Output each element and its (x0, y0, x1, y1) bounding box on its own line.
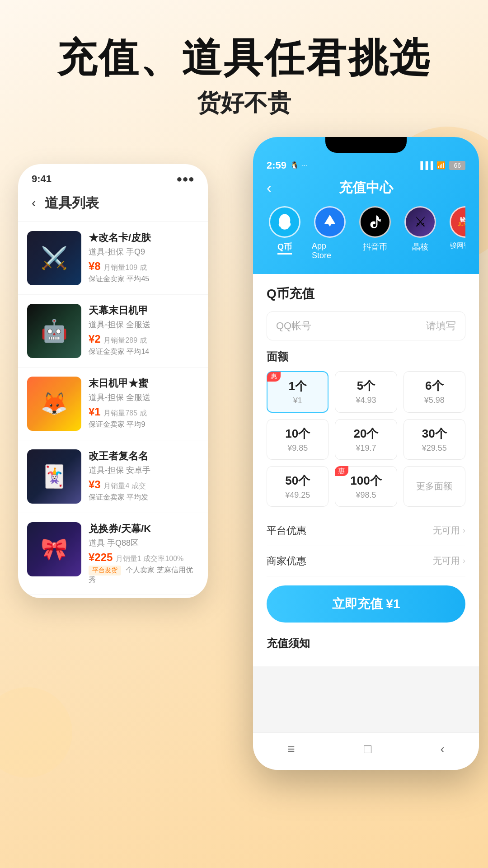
right-status-icon: 🐧 ··· (290, 161, 307, 170)
product-desc-5: 道具 手Q88区 (89, 538, 199, 548)
header-subtitle: 货好不贵 (0, 87, 488, 119)
notice-section: 充值须知 (267, 632, 465, 655)
left-time: 9:41 (32, 173, 52, 185)
platform-discount-row[interactable]: 平台优惠 无可用 › (267, 516, 465, 546)
denom-main-7: 50个 (272, 473, 324, 489)
denom-sub-2: ¥4.93 (340, 396, 392, 405)
right-phone-header: 2:59 🐧 ··· ▐▐▐ 📶 66 ‹ 充值中心 (253, 137, 479, 274)
product-item-3[interactable]: 末日机甲★蜜 道具-担保 全服送 ¥1 月销量785 成 保证金卖家 平均9 (18, 368, 208, 440)
nav-menu-icon[interactable]: ≡ (287, 742, 295, 756)
product-image-5 (27, 522, 81, 576)
product-img-1 (27, 231, 81, 285)
denom-main-3: 6个 (408, 378, 460, 394)
product-desc-3: 道具-担保 全服送 (89, 392, 199, 403)
denom-cell-1[interactable]: 1个 ¥1 (267, 371, 328, 413)
phone-notch (325, 137, 407, 153)
product-price-5: ¥225 月销量1 成交率100% (89, 551, 199, 564)
denom-cell-7[interactable]: 50个 ¥49.25 (267, 466, 328, 507)
account-input-row[interactable]: QQ帐号 请填写 (267, 311, 465, 340)
denomination-title: 面额 (267, 349, 465, 364)
nav-back-icon[interactable]: ‹ (440, 742, 444, 756)
product-seller-4: 保证金卖家 平均发 (89, 493, 199, 502)
denom-main-4: 10个 (272, 426, 324, 442)
product-image-4 (27, 449, 81, 504)
left-statusbar: 9:41 ●●● (18, 164, 208, 189)
left-header: ‹ 道具列表 (18, 189, 208, 222)
service-icon-appstore[interactable]: App Store (312, 206, 348, 260)
denom-cell-8[interactable]: 100个 ¥98.5 (335, 466, 397, 507)
service-label-douyin: 抖音币 (363, 241, 387, 252)
denom-main-6: 30个 (408, 426, 460, 442)
left-back-btn[interactable]: ‹ (32, 196, 36, 210)
denom-sub-5: ¥19.7 (340, 443, 392, 453)
product-price-2: ¥2 月销量289 成 (89, 333, 199, 345)
product-price-1: ¥8 月销量109 成 (89, 260, 199, 273)
nav-home-icon[interactable]: □ (364, 742, 371, 756)
denom-sub-6: ¥29.55 (408, 443, 460, 453)
denom-cell-2[interactable]: 5个 ¥4.93 (335, 371, 397, 413)
wifi-icon: 📶 (436, 161, 446, 170)
product-seller-3: 保证金卖家 平均9 (89, 420, 199, 429)
product-item-5[interactable]: 兑换券/天幕/K 道具 手Q88区 ¥225 月销量1 成交率100% 平台发货… (18, 513, 208, 594)
product-img-5 (27, 522, 81, 576)
denom-cell-more[interactable]: 更多面额 (404, 466, 465, 507)
denom-main-8: 100个 (340, 473, 392, 489)
denom-cell-6[interactable]: 30个 ¥29.55 (404, 419, 465, 460)
product-name-1: ★改名卡/皮肤 (89, 231, 199, 245)
account-label: QQ帐号 (276, 319, 311, 333)
product-image-3 (27, 377, 81, 431)
svg-point-3 (287, 222, 291, 227)
appstore-icon-circle (314, 206, 346, 238)
product-price-4: ¥3 月销量4 成交 (89, 478, 199, 491)
service-label-qbi: Q币 (277, 241, 292, 255)
denom-sub-3: ¥5.98 (408, 396, 460, 405)
service-icon-junka[interactable]: 骏卡 JUNKA 骏网智充+ (447, 206, 465, 260)
service-icon-jinhe[interactable]: ⚔ 晶核 (402, 206, 438, 260)
denomination-grid: 1个 ¥1 5个 ¥4.93 6个 ¥5.98 10个 ¥9.85 (267, 371, 465, 507)
service-label-junka: 骏网智充+ (450, 241, 465, 250)
denom-main-5: 20个 (340, 426, 392, 442)
denom-sub-4: ¥9.85 (272, 443, 324, 453)
merchant-discount-label: 商家优惠 (267, 554, 306, 568)
service-icon-qbi[interactable]: Q币 (267, 206, 303, 260)
denom-main-1: 1个 (272, 378, 323, 394)
merchant-chevron-icon: › (463, 556, 465, 566)
right-nav: ‹ 充值中心 (267, 179, 465, 197)
battery-icon: 66 (449, 161, 465, 170)
product-info-2: 天幕末日机甲 道具-担保 全服送 ¥2 月销量289 成 保证金卖家 平均14 (89, 304, 199, 357)
junka-icon-circle: 骏卡 JUNKA (450, 206, 465, 238)
product-img-4 (27, 449, 81, 504)
recharge-button[interactable]: 立即充值 ¥1 (267, 585, 465, 623)
right-status-icons: ▐▐▐ 📶 66 (418, 161, 465, 170)
recharge-section-title: Q币充值 (267, 285, 465, 302)
right-content: Q币充值 QQ帐号 请填写 面额 1个 ¥1 5个 ¥4.93 (253, 274, 479, 666)
product-price-3: ¥1 月销量785 成 (89, 406, 199, 418)
signal-icon: ▐▐▐ (418, 161, 433, 170)
merchant-discount-row[interactable]: 商家优惠 无可用 › (267, 546, 465, 576)
right-statusbar: 2:59 🐧 ··· ▐▐▐ 📶 66 (267, 160, 465, 171)
platform-discount-value: 无可用 › (433, 524, 465, 537)
qq-icon-circle (269, 206, 300, 238)
denom-cell-3[interactable]: 6个 ¥5.98 (404, 371, 465, 413)
product-item-2[interactable]: 天幕末日机甲 道具-担保 全服送 ¥2 月销量289 成 保证金卖家 平均14 (18, 295, 208, 368)
service-label-jinhe: 晶核 (412, 241, 428, 252)
service-icon-douyin[interactable]: 抖音币 (357, 206, 393, 260)
denom-cell-5[interactable]: 20个 ¥19.7 (335, 419, 397, 460)
denom-sub-8: ¥98.5 (340, 491, 392, 500)
platform-discount-label: 平台优惠 (267, 524, 306, 538)
left-icons: ●●● (176, 173, 194, 185)
product-item-4[interactable]: 改王者复名名 道具-担保 安卓手 ¥3 月销量4 成交 保证金卖家 平均发 (18, 440, 208, 513)
platform-chevron-icon: › (463, 526, 465, 535)
platform-badge: 平台发货 (89, 566, 121, 576)
product-item-1[interactable]: ★改名卡/皮肤 道具-担保 手Q9 ¥8 月销量109 成 保证金卖家 平均45 (18, 222, 208, 295)
bottom-navbar: ≡ □ ‹ (253, 732, 479, 770)
product-info-5: 兑换券/天幕/K 道具 手Q88区 ¥225 月销量1 成交率100% 平台发货… (89, 522, 199, 585)
denom-cell-4[interactable]: 10个 ¥9.85 (267, 419, 328, 460)
account-placeholder: 请填写 (426, 319, 456, 333)
product-seller-2: 保证金卖家 平均14 (89, 347, 199, 357)
right-back-btn[interactable]: ‹ (267, 179, 272, 196)
phone-left: 9:41 ●●● ‹ 道具列表 ★改名卡/皮肤 道具-担保 手Q9 ¥8 月销量… (18, 164, 208, 598)
phones-container: 9:41 ●●● ‹ 道具列表 ★改名卡/皮肤 道具-担保 手Q9 ¥8 月销量… (0, 137, 488, 793)
merchant-discount-value: 无可用 › (433, 555, 465, 567)
product-desc-1: 道具-担保 手Q9 (89, 246, 199, 257)
